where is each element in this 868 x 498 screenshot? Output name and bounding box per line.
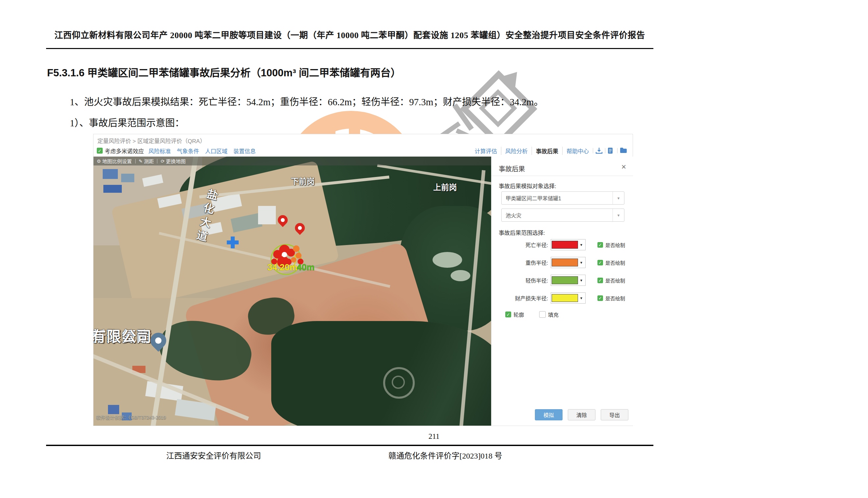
tab-help-center[interactable]: 帮助中心 [563, 147, 593, 155]
tab-calc-evaluate[interactable]: 计算评估 [471, 147, 501, 155]
map-building [258, 206, 276, 224]
radius-row-severe: 重伤半径: ▼ ✓ 是否绘制 [492, 256, 633, 269]
map-toolbar: ⚙ 地图比例设置 ✎ 测距 ⟳ 更换地图 [93, 157, 491, 166]
nav-link-risk-standard[interactable]: 风险标准 [149, 147, 171, 155]
chevron-down-icon: ▼ [578, 261, 585, 264]
map-label-village-left: 下前岗 [291, 175, 315, 186]
outline-fill-row: ✓ 轮廓 ✓ 填充 [505, 311, 559, 318]
top-right-toolbar: 计算评估 风险分析 事故后果 帮助中心 [471, 147, 633, 155]
severe-injury-blob [291, 257, 296, 262]
app-header-row: 定量风险评价 > 区域定量风险评价（QRA） [93, 134, 633, 145]
death-draw-checkbox[interactable]: ✓ [597, 242, 603, 248]
severe-injury-blob [293, 245, 299, 252]
figure-caption-paragraph: 1）、事故后果范围示意图： [70, 115, 184, 129]
severe-injury-blob [296, 253, 302, 259]
footer-document-number: 赣通危化条件评价字[2023]018 号 [388, 449, 502, 461]
swap-map-icon: ⟳ [161, 159, 165, 164]
map-scale-settings-button[interactable]: ⚙ 地图比例设置 [93, 158, 135, 165]
chevron-down-icon: ▼ [578, 279, 585, 282]
blue-cross-marker [227, 236, 239, 248]
nav-link-population[interactable]: 人口区域 [205, 147, 228, 155]
map-attribution: 软件设计依据：《GB/T37243-2019 [96, 414, 166, 420]
range-select-label: 事故后果范围选择: [499, 228, 545, 236]
change-map-button[interactable]: ⟳ 更换地图 [157, 158, 189, 165]
death-color-select[interactable]: ▼ [551, 239, 586, 250]
pencil-icon: ✎ [139, 159, 143, 164]
map-label-village-right: 上前岗 [433, 181, 457, 193]
red-map-pin [295, 223, 305, 237]
watermark-logo-arc [278, 111, 423, 134]
sim-object-label: 事故后果模拟对象选择: [499, 182, 556, 190]
property-draw-checkbox[interactable]: ✓ [597, 296, 603, 301]
close-icon[interactable]: ✕ [621, 163, 626, 171]
report-document-icon[interactable] [608, 147, 615, 154]
map-building [103, 169, 118, 179]
header-rule [46, 48, 653, 49]
severe-draw-checkbox[interactable]: ✓ [597, 260, 603, 265]
result-paragraph: 1、池火灾事故后果模拟结果：死亡半径：54.2m；重伤半径：66.2m；轻伤半径… [70, 94, 544, 108]
chevron-down-icon: ▾ [613, 209, 624, 221]
tab-accident-consequence[interactable]: 事故后果 [532, 147, 563, 155]
gear-icon: ⚙ [97, 159, 101, 164]
app-toolbar-row: ✓ 考虑多米诺效应 风险标准 气象条件 人口区域 装置信息 计算评估 风险分析 … [93, 145, 633, 157]
map-terrain-forest-bottomright [271, 321, 491, 425]
download-icon[interactable] [596, 147, 603, 154]
simulate-button[interactable]: 模拟 [535, 409, 563, 420]
satellite-map[interactable]: ⚙ 地图比例设置 ✎ 测距 ⟳ 更换地图 下前岗 上前岗 盐化大道 新聚氨酯 有… [93, 157, 491, 425]
light-draw-checkbox[interactable]: ✓ [597, 278, 603, 283]
panel-title: 事故后果 [499, 164, 525, 173]
sim-object-select[interactable]: 甲类罐区间二甲苯储罐1 ▾ [501, 192, 624, 205]
breadcrumb: 定量风险评价 > 区域定量风险评价（QRA） [98, 136, 205, 145]
qra-app-screenshot: 定量风险评价 > 区域定量风险评价（QRA） ✓ 考虑多米诺效应 风险标准 气象… [93, 134, 633, 426]
domino-effect-checkbox[interactable]: ✓ [97, 148, 103, 154]
domino-effect-label: 考虑多米诺效应 [105, 147, 144, 155]
nav-link-device-info[interactable]: 装置信息 [233, 147, 256, 155]
light-color-select[interactable]: ▼ [551, 275, 586, 286]
scenario-select[interactable]: 池火灾 ▾ [501, 209, 624, 222]
map-pond [451, 270, 470, 281]
outline-label: 轮廓 [513, 311, 524, 318]
section-heading: F5.3.1.6 甲类罐区间二甲苯储罐事故后果分析（1000m³ 间二甲苯储罐有… [47, 64, 401, 79]
map-building [103, 185, 122, 193]
measure-distance-label: 34.20m40m [267, 262, 315, 273]
property-color-select[interactable]: ▼ [551, 292, 586, 304]
measure-distance-button[interactable]: ✎ 测距 [136, 158, 157, 165]
radius-row-light: 轻伤半径: ▼ ✓ 是否绘制 [492, 274, 633, 287]
outline-checkbox[interactable]: ✓ [505, 312, 511, 317]
fill-checkbox[interactable]: ✓ [539, 311, 546, 318]
map-circular-structure [383, 367, 415, 399]
check-icon: ✓ [98, 149, 102, 153]
chevron-down-icon: ▼ [578, 296, 585, 300]
marker-center-dot [282, 252, 287, 257]
accident-consequence-panel: 事故后果 ✕ 事故后果模拟对象选择: 甲类罐区间二甲苯储罐1 ▾ 池火灾 ▾ 事… [491, 157, 633, 425]
severe-color-select[interactable]: ▼ [551, 257, 586, 268]
folder-icon[interactable] [620, 147, 627, 154]
chevron-down-icon: ▾ [613, 192, 624, 204]
map-pond [433, 252, 462, 268]
radius-row-death: 死亡半径: ▼ ✓ 是否绘制 [492, 238, 633, 251]
tab-risk-analysis[interactable]: 风险分析 [501, 147, 532, 155]
map-building [121, 174, 134, 182]
red-map-pin [278, 215, 288, 229]
radius-row-property: 财产损失半径: ▼ ✓ 是否绘制 [492, 291, 633, 305]
footer-company: 江西通安安全评价有限公司 [166, 449, 261, 461]
page-number: 211 [0, 432, 868, 441]
company-map-pin [150, 332, 166, 355]
nav-link-weather[interactable]: 气象条件 [177, 147, 199, 155]
clear-button[interactable]: 清除 [568, 409, 596, 420]
fill-label: 填充 [548, 311, 559, 318]
report-header-title: 江西仰立新材料有限公司年产 20000 吨苯二甲胺等项目建设（一期（年产 100… [46, 28, 653, 40]
panel-buttons: 模拟 清除 导出 [535, 409, 628, 420]
export-button[interactable]: 导出 [601, 409, 628, 420]
chevron-down-icon: ▼ [578, 243, 585, 247]
footer-rule [46, 445, 653, 446]
map-building [108, 405, 119, 414]
